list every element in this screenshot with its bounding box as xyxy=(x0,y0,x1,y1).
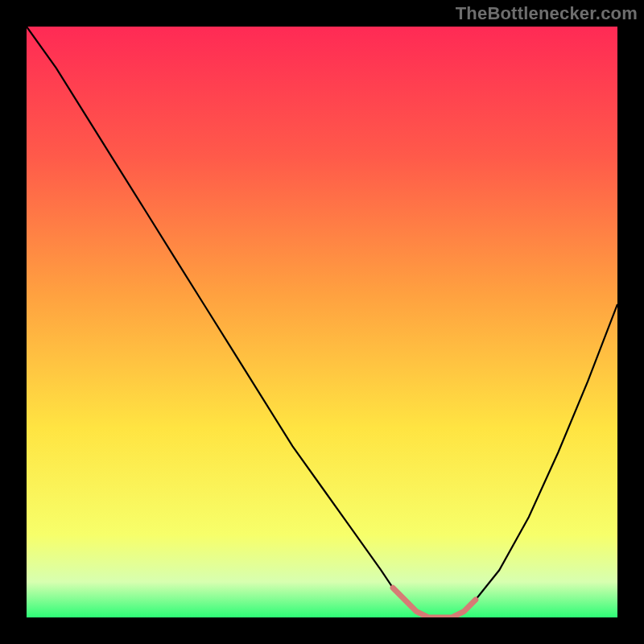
attribution-text: TheBottlenecker.com xyxy=(456,3,638,24)
chart-svg xyxy=(27,27,617,617)
chart-plot-area xyxy=(27,27,617,617)
gradient-background xyxy=(27,27,617,617)
chart-container: TheBottlenecker.com xyxy=(0,0,644,644)
